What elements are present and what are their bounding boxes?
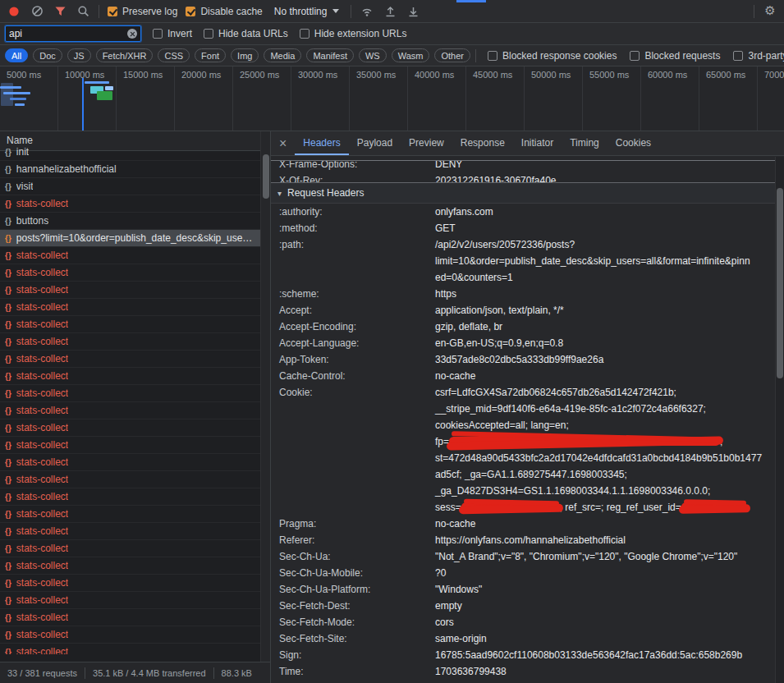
- header-row: Time:1703636799438: [271, 663, 784, 680]
- request-row[interactable]: {}stats-collect: [0, 282, 260, 299]
- type-filter-wasm[interactable]: Wasm: [392, 48, 430, 62]
- request-name: stats-collect: [16, 250, 68, 261]
- search-icon[interactable]: [76, 4, 90, 19]
- checkbox-label: Blocked requests: [644, 50, 720, 62]
- header-name: Time:: [279, 663, 435, 680]
- type-filter-fetch-xhr[interactable]: Fetch/XHR: [96, 48, 154, 62]
- timeline-tick: 30000 ms: [291, 66, 350, 131]
- header-value-line: sess=; ref_src=; reg_ref_user_id=: [435, 499, 777, 516]
- request-row[interactable]: {}stats-collect: [0, 644, 260, 654]
- tab-timing[interactable]: Timing: [562, 131, 607, 155]
- close-details-button[interactable]: ×: [271, 131, 295, 155]
- header-value: same-origin: [435, 630, 784, 647]
- type-filter-js[interactable]: JS: [67, 48, 91, 62]
- header-name: Sec-Ch-Ua-Platform:: [279, 581, 435, 598]
- header-value: /api2/v2/users/20572336/posts?limit=10&o…: [435, 236, 784, 286]
- json-file-icon: {}: [5, 337, 11, 346]
- header-row: :authority:onlyfans.com: [271, 204, 784, 220]
- request-row[interactable]: {}stats-collect: [0, 351, 260, 368]
- header-value-line: fp=;: [435, 433, 777, 450]
- header-value: 33d57ade8c02dbc5a333db99ff9ae26a: [435, 351, 784, 368]
- type-filter-manifest[interactable]: Manifest: [306, 48, 354, 62]
- json-file-icon: {}: [5, 613, 11, 622]
- request-row[interactable]: {}stats-collect: [0, 609, 260, 626]
- filter-icon[interactable]: [53, 4, 67, 19]
- tab-preview[interactable]: Preview: [401, 131, 452, 155]
- header-value: empty: [435, 598, 784, 614]
- hide-extension-urls-checkbox[interactable]: Hide extension URLs: [300, 28, 407, 39]
- request-row[interactable]: {}stats-collect: [0, 385, 260, 402]
- tab-response[interactable]: Response: [452, 131, 513, 155]
- details-scrollbar-thumb[interactable]: [777, 188, 783, 378]
- request-row[interactable]: {}stats-collect: [0, 523, 260, 540]
- request-row[interactable]: {}stats-collect: [0, 316, 260, 333]
- tab-cookies[interactable]: Cookies: [607, 131, 659, 155]
- type-filter-doc[interactable]: Doc: [33, 48, 62, 62]
- json-file-icon: {}: [5, 441, 11, 450]
- network-conditions-icon[interactable]: [360, 4, 374, 19]
- type-filter-font[interactable]: Font: [195, 48, 226, 62]
- invert-checkbox[interactable]: Invert: [153, 28, 192, 39]
- filter-input[interactable]: [9, 28, 127, 39]
- request-row[interactable]: {}stats-collect: [0, 402, 260, 419]
- disable-cache-checkbox[interactable]: Disable cache: [186, 6, 262, 17]
- json-file-icon: {}: [5, 286, 11, 295]
- network-filter-row: Invert Hide data URLs Hide extension URL…: [0, 23, 784, 45]
- request-row[interactable]: {}stats-collect: [0, 437, 260, 454]
- request-row[interactable]: {}stats-collect: [0, 557, 260, 575]
- request-name: stats-collect: [16, 353, 68, 364]
- request-row[interactable]: {}visit: [0, 178, 260, 195]
- requests-scrollbar-thumb[interactable]: [263, 154, 269, 199]
- request-row[interactable]: {}posts?limit=10&order=publish_date_desc…: [0, 230, 260, 247]
- tab-initiator[interactable]: Initiator: [513, 131, 562, 155]
- timeline-overview[interactable]: 5000 ms10000 ms15000 ms20000 ms25000 ms3…: [0, 66, 784, 131]
- request-row[interactable]: {}stats-collect: [0, 368, 260, 385]
- request-row[interactable]: {}stats-collect: [0, 299, 260, 316]
- request-row[interactable]: {}stats-collect: [0, 419, 260, 437]
- request-row[interactable]: {}stats-collect: [0, 488, 260, 506]
- request-row[interactable]: {}stats-collect: [0, 626, 260, 644]
- settings-gear-icon[interactable]: ⚙: [763, 4, 777, 19]
- type-filter-all[interactable]: All: [5, 48, 28, 62]
- requests-pane: Name {}init{}hannahelizabethofficial{}vi…: [0, 131, 260, 662]
- throttling-select[interactable]: No throttling: [271, 4, 343, 19]
- record-button[interactable]: [7, 4, 21, 19]
- type-filter-css[interactable]: CSS: [158, 48, 190, 62]
- header-value: 16785:5aad9602cf110608b03133de563642fac1…: [435, 647, 784, 663]
- type-filter-other[interactable]: Other: [434, 48, 470, 62]
- import-har-icon[interactable]: [383, 4, 397, 19]
- network-content: Name {}init{}hannahelizabethofficial{}vi…: [0, 131, 784, 683]
- json-file-icon: {}: [5, 251, 11, 260]
- type-filter-ws[interactable]: WS: [359, 48, 387, 62]
- request-row[interactable]: {}stats-collect: [0, 506, 260, 523]
- export-har-icon[interactable]: [406, 4, 420, 19]
- tab-headers[interactable]: Headers: [295, 131, 348, 155]
- type-filter-media[interactable]: Media: [264, 48, 301, 62]
- request-row[interactable]: {}stats-collect: [0, 264, 260, 282]
- request-row[interactable]: {}stats-collect: [0, 575, 260, 592]
- request-row[interactable]: {}buttons: [0, 213, 260, 230]
- request-row[interactable]: {}stats-collect: [0, 247, 260, 264]
- checkbox-blocked-response-cookies[interactable]: Blocked response cookies: [488, 50, 617, 62]
- hide-data-urls-checkbox[interactable]: Hide data URLs: [204, 28, 288, 39]
- json-file-icon: {}: [5, 199, 11, 209]
- request-headers-section[interactable]: ▾ Request Headers: [271, 183, 784, 204]
- request-row[interactable]: {}stats-collect: [0, 592, 260, 609]
- request-row[interactable]: {}stats-collect: [0, 454, 260, 471]
- request-row[interactable]: {}stats-collect: [0, 195, 260, 213]
- timeline-tick: 45000 ms: [466, 66, 525, 131]
- tab-payload[interactable]: Payload: [349, 131, 401, 155]
- clear-filter-icon[interactable]: [127, 29, 137, 39]
- request-row[interactable]: {}init: [0, 144, 260, 161]
- request-row[interactable]: {}stats-collect: [0, 471, 260, 488]
- hide-data-urls-label: Hide data URLs: [218, 28, 288, 39]
- request-row[interactable]: {}stats-collect: [0, 333, 260, 351]
- request-row[interactable]: {}hannahelizabethofficial: [0, 161, 260, 178]
- type-filter-img[interactable]: Img: [231, 48, 259, 62]
- checkbox-blocked-requests[interactable]: Blocked requests: [630, 50, 720, 62]
- clear-network-log-button[interactable]: [30, 4, 44, 19]
- json-file-icon: {}: [5, 182, 11, 191]
- checkbox-3rd-party-requests[interactable]: 3rd-party requests: [733, 50, 784, 62]
- request-row[interactable]: {}stats-collect: [0, 540, 260, 557]
- preserve-log-checkbox[interactable]: Preserve log: [108, 6, 177, 17]
